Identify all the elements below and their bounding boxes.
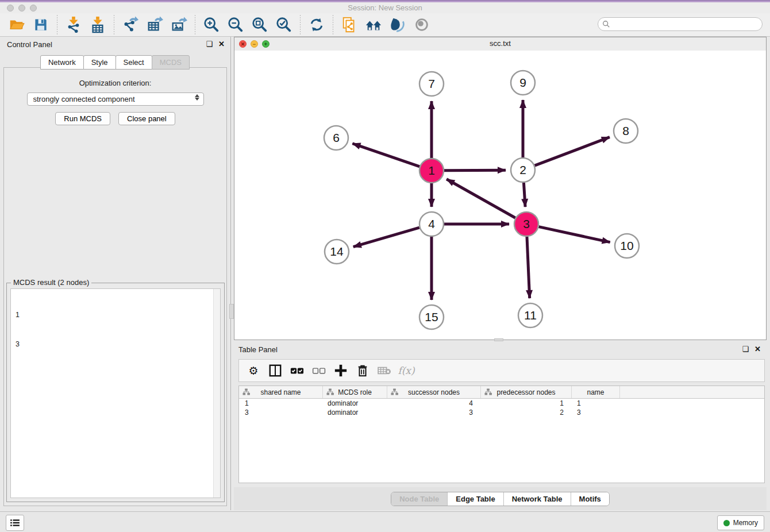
column-header-shared-name[interactable]: shared name (239, 386, 323, 398)
mcds-tab-content: Optimization criterion: strongly connect… (3, 67, 227, 506)
delete-column-icon[interactable] (354, 362, 371, 379)
close-panel-icon[interactable] (218, 40, 225, 48)
network-graph[interactable]: 1234678910111415 (234, 51, 766, 340)
table-row[interactable]: 1 dominator 4 1 1 (239, 399, 764, 408)
tab-node-table[interactable]: Node Table (391, 492, 447, 506)
add-column-icon[interactable] (332, 362, 349, 379)
export-network-icon[interactable] (121, 15, 140, 34)
zoom-fit-icon[interactable] (250, 15, 270, 34)
apply-layout-icon[interactable] (307, 15, 326, 34)
table-settings-icon[interactable]: ⚙ (245, 362, 262, 379)
deselect-all-icon[interactable] (310, 362, 328, 379)
hide-graphics-details-icon[interactable] (412, 15, 432, 34)
cell-predecessor-nodes[interactable]: 1 (481, 399, 572, 407)
cell-shared-name[interactable]: 1 (239, 399, 323, 407)
graph-edge-4-14[interactable] (353, 228, 419, 246)
tree-icon (484, 388, 492, 395)
network-canvas[interactable]: 1234678910111415 (234, 51, 766, 340)
tab-mcds[interactable]: MCDS (152, 55, 190, 70)
table-row[interactable]: 3 dominator 3 2 3 (239, 408, 764, 417)
graph-node-label-3: 3 (523, 217, 530, 230)
close-panel-button[interactable]: Close panel (118, 112, 175, 125)
column-header-predecessor-nodes[interactable]: predecessor nodes (481, 386, 572, 398)
memory-button[interactable]: Memory (717, 515, 764, 530)
select-all-icon[interactable] (288, 362, 306, 379)
first-neighbors-icon[interactable] (364, 15, 383, 34)
mcds-result-area[interactable]: 1 3 (10, 288, 221, 498)
graph-node-label-10: 10 (620, 239, 633, 252)
zoom-selected-icon[interactable] (274, 15, 294, 34)
graph-node-label-7: 7 (428, 77, 435, 90)
column-header-mcds-role[interactable]: MCDS role (323, 386, 387, 398)
cell-shared-name[interactable]: 3 (239, 408, 323, 417)
cell-name[interactable]: 1 (572, 399, 620, 407)
list-icon (10, 519, 20, 527)
tab-style[interactable]: Style (83, 55, 116, 70)
task-history-button[interactable] (6, 515, 24, 531)
application-window: Session: New Session (0, 0, 770, 532)
app-title: Session: New Session (0, 2, 770, 13)
graph-edge-2-8[interactable] (535, 137, 610, 166)
function-builder-icon[interactable]: f(x) (398, 362, 415, 379)
float-table-panel-icon[interactable] (742, 345, 749, 353)
graph-node-label-14: 14 (330, 245, 344, 258)
tree-icon (326, 388, 334, 395)
copy-network-icon[interactable] (340, 15, 359, 34)
cell-predecessor-nodes[interactable]: 2 (481, 408, 572, 417)
close-table-panel-icon[interactable] (754, 345, 761, 353)
tab-select[interactable]: Select (116, 55, 152, 70)
network-maximize-icon[interactable]: + (262, 40, 270, 48)
delete-table-icon[interactable] (376, 362, 393, 379)
cell-successor-nodes[interactable]: 3 (387, 408, 481, 417)
import-network-icon[interactable] (64, 15, 83, 34)
export-image-icon[interactable] (169, 15, 188, 34)
zoom-in-icon[interactable] (202, 15, 221, 34)
mcds-result-line: 1 (16, 310, 215, 320)
graph-edge-3-10[interactable] (538, 227, 610, 242)
table-panel: Table Panel ⚙ (234, 342, 767, 510)
save-session-icon[interactable] (31, 15, 51, 34)
open-session-icon[interactable] (7, 15, 26, 34)
tab-network[interactable]: Network (40, 55, 84, 70)
dropdown-stepper-icon (195, 94, 199, 101)
zoom-out-icon[interactable] (226, 15, 245, 34)
graph-edge-3-1[interactable] (446, 179, 515, 218)
column-header-successor-nodes[interactable]: successor nodes (387, 386, 481, 398)
search-box[interactable] (598, 17, 763, 31)
graph-edge-3-11[interactable] (527, 237, 530, 298)
graph-edge-2-3[interactable] (523, 183, 525, 207)
vertical-splitter-handle[interactable] (229, 304, 234, 319)
column-header-name[interactable]: name (572, 386, 620, 398)
cell-name[interactable]: 3 (572, 408, 620, 417)
search-input[interactable] (613, 20, 762, 29)
network-window-titlebar: ✕ − + scc.txt (234, 37, 766, 51)
split-panel-icon[interactable] (267, 362, 284, 379)
horizontal-splitter-handle[interactable] (494, 338, 503, 341)
graph-node-label-6: 6 (333, 131, 340, 144)
cell-successor-nodes[interactable]: 4 (387, 399, 481, 407)
import-table-icon[interactable] (88, 15, 107, 34)
tab-network-table[interactable]: Network Table (503, 492, 571, 506)
graph-edge-1-2[interactable] (444, 170, 506, 171)
graph-node-label-9: 9 (519, 76, 526, 89)
memory-label: Memory (733, 519, 758, 527)
network-minimize-icon[interactable]: − (251, 40, 258, 48)
mcds-result-line: 3 (16, 340, 215, 349)
export-table-icon[interactable] (145, 15, 164, 34)
show-style-icon[interactable] (388, 15, 407, 34)
result-scrollbar[interactable] (213, 289, 220, 498)
toolbar-separator (195, 15, 195, 34)
graph-node-label-8: 8 (622, 124, 629, 137)
graph-edge-1-6[interactable] (352, 144, 419, 167)
tab-motifs[interactable]: Motifs (571, 492, 609, 506)
optimization-criterion-select[interactable]: strongly connected component (27, 92, 204, 106)
cell-mcds-role[interactable]: dominator (323, 408, 387, 417)
memory-status-icon (723, 520, 730, 526)
network-close-icon[interactable]: ✕ (239, 40, 247, 48)
toolbar-separator (57, 15, 57, 34)
float-panel-icon[interactable] (206, 40, 213, 48)
node-table[interactable]: shared name MCDS role successor nodes pr… (238, 385, 765, 483)
tab-edge-table[interactable]: Edge Table (447, 492, 503, 506)
cell-mcds-role[interactable]: dominator (323, 399, 387, 407)
run-mcds-button[interactable]: Run MCDS (55, 112, 110, 125)
